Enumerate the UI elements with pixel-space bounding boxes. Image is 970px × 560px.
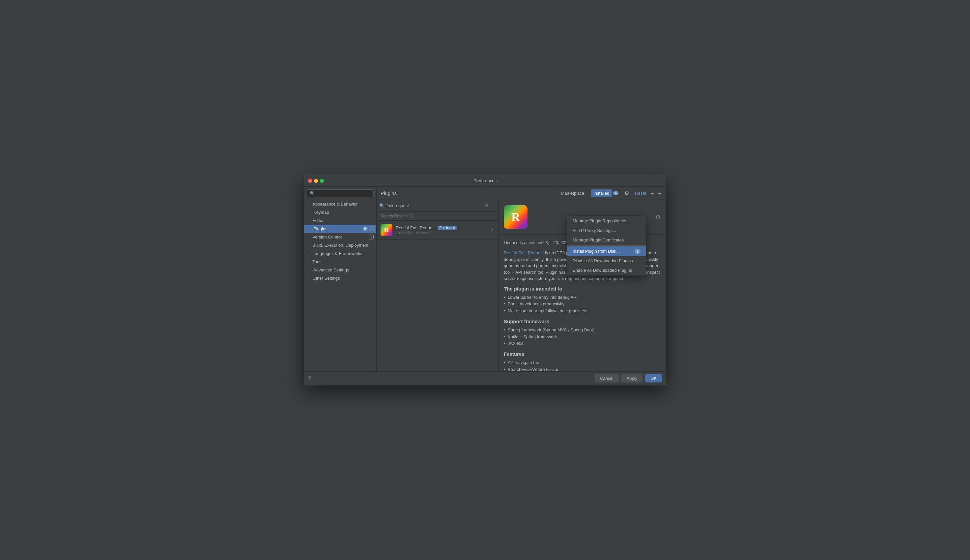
tab-installed[interactable]: Installed (591, 189, 612, 197)
dropdown-item-manage-certs[interactable]: Manage Plugin Certificates (567, 235, 646, 245)
dropdown-item-label: Manage Plugin Repositories... (573, 218, 630, 223)
sidebar-item-languages[interactable]: › Languages & Frameworks (304, 249, 376, 258)
sidebar-item-version-control[interactable]: › Version Control ≡ (304, 233, 376, 241)
sidebar-item-appearance[interactable]: › Appearance & Behavior (304, 200, 376, 208)
sidebar-item-plugins[interactable]: Plugins 6 ≡ (304, 225, 376, 233)
tab-installed-container: Installed 6 (591, 189, 618, 197)
sidebar-item-label: Keymap (313, 210, 329, 215)
chevron-right-icon: › (309, 252, 310, 255)
nav-arrows: ← → (650, 190, 662, 196)
purchased-badge: Purchased (438, 226, 457, 230)
chevron-right-icon: › (309, 260, 310, 263)
plugin-version: 2022.2.5.2 (396, 231, 413, 235)
dropdown-item-install-disk[interactable]: Install Plugin from Disk... 1 (567, 247, 646, 256)
sidebar-item-build[interactable]: › Build, Execution, Deployment (304, 241, 376, 249)
detail-logo: R (504, 205, 528, 229)
plugin-name-row: Restful Fast Request Purchased (396, 225, 487, 230)
section3-heading: Features (504, 351, 661, 357)
sidebar: › Appearance & Behavior Keymap › Editor … (304, 187, 377, 371)
sidebar-search-container (304, 187, 376, 200)
sidebar-search-input[interactable] (307, 189, 373, 197)
dropdown-divider (567, 245, 646, 246)
plugins-count-badge: 6 (363, 227, 368, 231)
maximize-button[interactable] (320, 179, 324, 183)
dropdown-item-manage-repos[interactable]: Manage Plugin Repositories... (567, 216, 646, 226)
cancel-button[interactable]: Cancel (595, 374, 618, 382)
dropdown-item-label: Install Plugin from Disk... (573, 249, 620, 253)
list-item: API navigate tree (504, 359, 661, 366)
title-bar: Preferences (304, 175, 666, 187)
plugin-enabled-check[interactable]: ✓ (490, 227, 494, 233)
plugin-icon: R (380, 224, 392, 236)
close-button[interactable] (308, 179, 312, 183)
gear-icon-button[interactable]: ⚙ (622, 189, 631, 197)
plugin-meta: 2022.2.5.2 kings1990 (396, 231, 487, 235)
plugins-header: Plugins Marketplace Installed 6 ⚙ Reset … (377, 187, 666, 200)
detail-plugin-icon: R (504, 205, 528, 229)
install-disk-badge: 1 (635, 249, 640, 253)
installed-count-badge: 6 (613, 191, 618, 195)
chevron-right-icon: › (309, 202, 310, 206)
dropdown-menu: Manage Plugin Repositories... HTTP Proxy… (567, 216, 646, 275)
search-bar: 🔍 ✕ ⋮ (377, 200, 498, 212)
plugins-body: 🔍 ✕ ⋮ Search Results (1) R Restful Fast … (377, 200, 666, 371)
detail-gear-icon[interactable]: ⚙ (655, 213, 661, 221)
dropdown-item-http-proxy[interactable]: HTTP Proxy Settings... (567, 226, 646, 235)
plugin-list-item[interactable]: R Restful Fast Request Purchased 2022.2.… (377, 221, 498, 240)
search-clear-icon[interactable]: ✕ (485, 203, 488, 208)
plugins-diff-badge: ≡ (369, 226, 373, 231)
chevron-right-icon: › (309, 219, 310, 222)
ok-button[interactable]: OK (645, 374, 662, 382)
footer: ? Cancel Apply OK (304, 371, 666, 385)
sidebar-item-editor[interactable]: › Editor (304, 217, 376, 225)
list-item: JAX-RS (504, 340, 661, 347)
sidebar-item-keymap[interactable]: Keymap (304, 208, 376, 217)
reset-button[interactable]: Reset (635, 191, 646, 196)
sidebar-item-label: Tools (312, 259, 322, 264)
window-title: Preferences (473, 178, 497, 183)
help-icon[interactable]: ? (308, 375, 311, 382)
tab-marketplace[interactable]: Marketplace (558, 189, 587, 197)
list-item: SearchEveryWhere for api (504, 366, 661, 371)
chevron-right-icon: › (309, 277, 310, 280)
minimize-button[interactable] (314, 179, 318, 183)
dropdown-item-enable-all[interactable]: Enable All Downloaded Plugins (567, 265, 646, 275)
plugin-logo: R (380, 224, 392, 236)
section2-list: Spring framework (Spring MVC / Spring Bo… (504, 327, 661, 347)
search-more-icon[interactable]: ⋮ (490, 203, 495, 209)
main-content: › Appearance & Behavior Keymap › Editor … (304, 187, 666, 371)
plugin-name: Restful Fast Request (396, 225, 436, 230)
dropdown-item-label: HTTP Proxy Settings... (573, 228, 616, 233)
search-results-label: Search Results (1) (377, 212, 498, 221)
apply-button[interactable]: Apply (622, 374, 643, 382)
sidebar-item-advanced[interactable]: Advanced Settings (304, 266, 376, 274)
sidebar-item-label: Advanced Settings (313, 267, 349, 272)
list-item: Kotlin + Spring framework (504, 334, 661, 341)
sidebar-item-label: Other Settings (312, 276, 340, 281)
sidebar-item-other[interactable]: › Other Settings (304, 274, 376, 282)
plugin-list-panel: 🔍 ✕ ⋮ Search Results (1) R Restful Fast … (377, 200, 498, 371)
search-icon: 🔍 (379, 203, 385, 208)
sidebar-item-label: Plugins (313, 226, 328, 231)
sidebar-item-tools[interactable]: › Tools (304, 258, 376, 266)
sidebar-item-label: Appearance & Behavior (312, 202, 357, 207)
footer-buttons: Cancel Apply OK (595, 374, 662, 382)
plugin-link[interactable]: Restful Fast Request (504, 250, 543, 255)
plugins-badge-container: 6 ≡ (363, 226, 373, 231)
back-arrow-button[interactable]: ← (650, 190, 655, 196)
section3-list: API navigate tree SearchEveryWhere for a… (504, 359, 661, 371)
plugins-title: Plugins (380, 190, 397, 196)
plugin-info: Restful Fast Request Purchased 2022.2.5.… (396, 225, 487, 235)
plugin-search-input[interactable] (387, 203, 483, 208)
list-item: Boost developer's productivity (504, 301, 661, 308)
preferences-window: Preferences › Appearance & Behavior Keym… (304, 175, 666, 385)
right-panel: Plugins Marketplace Installed 6 ⚙ Reset … (377, 187, 666, 371)
dropdown-item-label: Enable All Downloaded Plugins (573, 268, 632, 273)
plugin-detail: R ⚙ License is active until 3月 20, 2024.… (498, 200, 666, 371)
forward-arrow-button[interactable]: → (657, 190, 662, 196)
dropdown-item-disable-all[interactable]: Disable All Downloaded Plugins (567, 256, 646, 265)
sidebar-item-label: Languages & Frameworks (312, 251, 362, 256)
section1-heading: The plugin is intended to (504, 286, 661, 292)
chevron-right-icon: › (309, 243, 310, 247)
chevron-right-icon: › (309, 235, 310, 239)
